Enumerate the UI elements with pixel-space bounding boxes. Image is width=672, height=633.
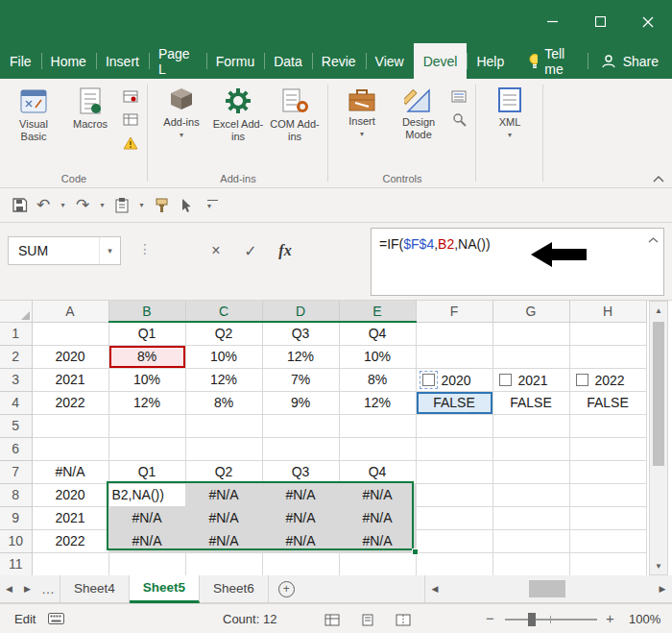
cell-D1[interactable]: Q3 bbox=[262, 322, 339, 345]
cell-D8[interactable]: #N/A bbox=[262, 483, 339, 506]
normal-view-button[interactable] bbox=[321, 612, 344, 627]
cell-B2[interactable]: 8% bbox=[108, 345, 185, 368]
insert-function-button[interactable]: fx bbox=[273, 238, 298, 263]
tab-data[interactable]: Data bbox=[264, 43, 312, 79]
visual-basic-button[interactable]: Visual Basic bbox=[7, 84, 60, 143]
cell-E9[interactable]: #N/A bbox=[339, 506, 416, 529]
share-button[interactable]: Share bbox=[588, 43, 672, 79]
row-header-10[interactable]: 10 bbox=[0, 529, 32, 552]
keyboard-icon[interactable] bbox=[48, 613, 64, 624]
formula-input[interactable]: =IF($F$4,B2,NA()) bbox=[371, 228, 664, 296]
cell-E3[interactable]: 8% bbox=[339, 368, 416, 391]
cell-B7[interactable]: Q1 bbox=[108, 460, 185, 483]
row-header-4[interactable]: 4 bbox=[0, 391, 32, 414]
column-header-E[interactable]: E bbox=[339, 301, 416, 322]
cell-D3[interactable]: 7% bbox=[262, 368, 339, 391]
row-header-1[interactable]: 1 bbox=[0, 322, 32, 345]
cell-D7[interactable]: Q3 bbox=[262, 460, 339, 483]
paste-dropdown[interactable]: ▾ bbox=[136, 194, 147, 217]
cell-A5[interactable] bbox=[32, 414, 108, 437]
cell-D5[interactable] bbox=[262, 414, 339, 437]
column-header-F[interactable]: F bbox=[416, 301, 492, 322]
checkbox-2021-box[interactable] bbox=[499, 374, 512, 386]
cell-F2[interactable] bbox=[416, 345, 492, 368]
cell-F6[interactable] bbox=[416, 437, 492, 460]
cell-B5[interactable] bbox=[108, 414, 185, 437]
cell-A10[interactable]: 2022 bbox=[32, 529, 108, 552]
checkbox-2022[interactable]: 2022 bbox=[576, 373, 625, 388]
new-sheet-button[interactable]: + bbox=[278, 581, 295, 597]
cell-F10[interactable] bbox=[416, 529, 492, 552]
select-objects-button[interactable] bbox=[176, 194, 195, 217]
cell-A6[interactable] bbox=[32, 437, 108, 460]
cell-A3[interactable]: 2021 bbox=[32, 368, 108, 391]
cell-F8[interactable] bbox=[416, 483, 492, 506]
fill-handle[interactable] bbox=[412, 548, 419, 555]
minimize-button[interactable] bbox=[528, 0, 576, 43]
cell-B6[interactable] bbox=[108, 437, 185, 460]
cell-E1[interactable]: Q4 bbox=[339, 322, 416, 345]
sheet-nav-left-button[interactable]: ◀ bbox=[0, 584, 18, 594]
page-layout-view-button[interactable] bbox=[356, 612, 379, 627]
tab-help[interactable]: Help bbox=[467, 43, 514, 79]
cell-G2[interactable] bbox=[492, 345, 569, 368]
cell-G1[interactable] bbox=[492, 322, 569, 345]
scroll-down-button[interactable]: ▼ bbox=[650, 557, 667, 574]
cell-C2[interactable]: 10% bbox=[185, 345, 262, 368]
cell-F3[interactable]: 2020 bbox=[416, 368, 492, 391]
cell-F4[interactable]: FALSE bbox=[416, 391, 492, 414]
tab-view[interactable]: View bbox=[366, 43, 414, 79]
cell-A11[interactable] bbox=[32, 552, 108, 575]
horizontal-scrollbar[interactable]: ◀ ▶ bbox=[424, 575, 672, 602]
cell-H6[interactable] bbox=[569, 437, 646, 460]
tab-page-layout[interactable]: Page L bbox=[149, 43, 206, 79]
hscroll-right-button[interactable]: ▶ bbox=[653, 584, 672, 594]
page-break-preview-button[interactable] bbox=[392, 612, 415, 627]
formula-bar-resize-handle[interactable]: ⋮ bbox=[138, 241, 152, 256]
checkbox-2020[interactable]: 2020 bbox=[422, 373, 471, 388]
cell-A2[interactable]: 2020 bbox=[32, 345, 108, 368]
cell-B10[interactable]: #N/A bbox=[108, 529, 185, 552]
undo-button[interactable]: ↶ bbox=[34, 194, 53, 217]
checkbox-2020-box[interactable] bbox=[422, 374, 435, 386]
paste-button[interactable] bbox=[112, 194, 132, 217]
cancel-button[interactable]: × bbox=[204, 238, 228, 263]
cell-E4[interactable]: 12% bbox=[339, 391, 416, 414]
tab-developer[interactable]: Devel bbox=[414, 43, 468, 79]
cell-G8[interactable] bbox=[492, 483, 569, 506]
insert-control-button[interactable]: Insert ▾ bbox=[335, 84, 389, 137]
cell-G9[interactable] bbox=[492, 506, 569, 529]
checkbox-2022-box[interactable] bbox=[576, 374, 588, 386]
formula-bar-expand-button[interactable] bbox=[648, 237, 659, 243]
cell-D9[interactable]: #N/A bbox=[262, 506, 339, 529]
row-header-7[interactable]: 7 bbox=[0, 460, 32, 483]
count-indicator[interactable]: Count: 12 bbox=[223, 612, 276, 626]
cell-D4[interactable]: 9% bbox=[262, 391, 339, 414]
tab-file[interactable]: File bbox=[0, 43, 41, 79]
macros-button[interactable]: Macros bbox=[63, 84, 117, 131]
sheet-tab-sheet4[interactable]: Sheet4 bbox=[60, 575, 130, 603]
cell-H11[interactable] bbox=[569, 552, 646, 575]
cell-C11[interactable] bbox=[185, 552, 262, 575]
cell-G11[interactable] bbox=[492, 552, 569, 575]
zoom-level[interactable]: 100% bbox=[629, 612, 660, 626]
tab-home[interactable]: Home bbox=[41, 43, 96, 79]
cell-C5[interactable] bbox=[185, 414, 262, 437]
add-ins-button[interactable]: Add-ins ▾ bbox=[155, 84, 208, 138]
column-header-C[interactable]: C bbox=[185, 301, 262, 322]
cell-B11[interactable] bbox=[108, 552, 185, 575]
cell-B9[interactable]: #N/A bbox=[108, 506, 185, 529]
cell-H4[interactable]: FALSE bbox=[569, 391, 646, 414]
cell-G5[interactable] bbox=[492, 414, 569, 437]
cell-A7[interactable]: #N/A bbox=[32, 460, 108, 483]
format-painter-button[interactable] bbox=[152, 194, 171, 217]
xml-button[interactable]: XML ▾ bbox=[483, 84, 537, 138]
column-header-G[interactable]: G bbox=[492, 301, 569, 322]
cell-H1[interactable] bbox=[569, 322, 646, 345]
row-header-2[interactable]: 2 bbox=[0, 345, 32, 368]
name-box-dropdown[interactable]: ▾ bbox=[99, 237, 120, 264]
row-header-9[interactable]: 9 bbox=[0, 506, 32, 529]
tab-review[interactable]: Revie bbox=[312, 43, 366, 79]
cell-D11[interactable] bbox=[262, 552, 339, 575]
enter-button[interactable]: ✓ bbox=[238, 238, 263, 263]
